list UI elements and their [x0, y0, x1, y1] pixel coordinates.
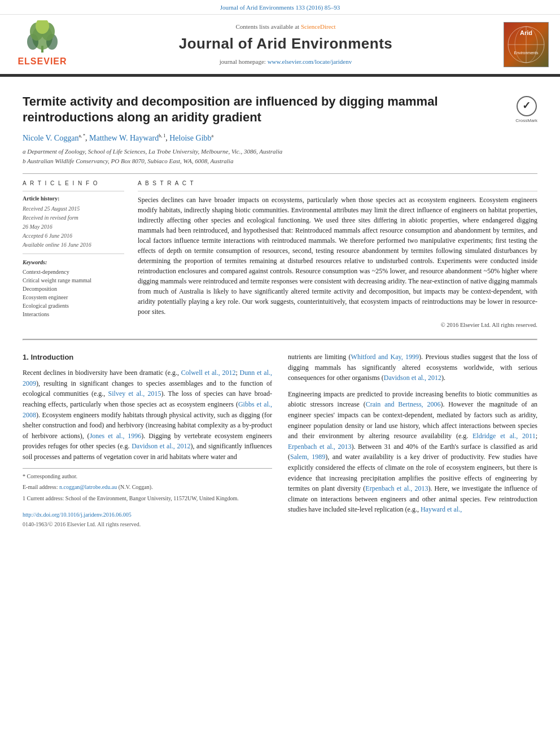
- abstract-thin-rule: [138, 191, 537, 191]
- keywords-section: Keywords: Context-dependency Critical we…: [23, 259, 124, 318]
- author-hayward[interactable]: Matthew W. Hayward: [89, 134, 159, 142]
- elsevier-brand-text: ELSEVIER: [18, 55, 67, 68]
- footnote-email: E-mail address: n.coggan@latrobe.edu.au …: [23, 483, 272, 492]
- article-history: Article history: Received 25 August 2015…: [23, 195, 124, 249]
- crossmark-icon: ✓: [517, 96, 537, 116]
- abstract-heading: A B S T R A C T: [138, 180, 537, 187]
- affiliation-a: a Department of Zoology, School of Life …: [23, 147, 537, 156]
- keywords-rule: [23, 254, 124, 254]
- journal-title: Journal of Arid Environments: [73, 33, 498, 54]
- article-title: Termite activity and decomposition are i…: [23, 94, 504, 126]
- copyright-line: © 2016 Elsevier Ltd. All rights reserved…: [138, 321, 537, 330]
- homepage-link[interactable]: www.elsevier.com/locate/jaridenv: [268, 58, 352, 65]
- intro-para-1: Recent declines in biodiversity have bee…: [23, 368, 272, 462]
- journal-citation: Journal of Arid Environments 133 (2016) …: [0, 0, 560, 15]
- journal-homepage: journal homepage: www.elsevier.com/locat…: [73, 58, 498, 66]
- info-thin-rule: [23, 191, 124, 191]
- crossmark-label: CrossMark: [515, 117, 537, 124]
- affiliation-b: b Australian Wildlife Conservancy, PO Bo…: [23, 157, 537, 165]
- ref-whitford[interactable]: Whitford and Kay, 1999: [351, 353, 419, 361]
- info-abstract-row: A R T I C L E I N F O Article history: R…: [23, 180, 537, 330]
- history-label: Article history:: [23, 195, 124, 203]
- body-right-col: nutrients are limiting (Whitford and Kay…: [288, 352, 537, 528]
- authors-line: Nicole V. Coggana, *, Matthew W. Hayward…: [23, 133, 537, 144]
- email-link[interactable]: n.coggan@latrobe.edu.au: [59, 484, 117, 490]
- svg-text:Arid: Arid: [520, 29, 532, 36]
- author-coggan[interactable]: Nicole V. Coggan: [23, 134, 78, 142]
- ref-crain[interactable]: Crain and Bertness, 2006: [366, 400, 441, 408]
- arid-logo: Arid Environments: [498, 22, 549, 67]
- issn-line: 0140-1963/© 2016 Elsevier Ltd. All right…: [23, 520, 272, 529]
- ref-silvey[interactable]: Silvey et al., 2015: [108, 390, 161, 397]
- kw-6: Interactions: [23, 311, 124, 318]
- contents-line: Contents lists available at ScienceDirec…: [73, 23, 498, 31]
- keywords-label: Keywords:: [23, 259, 124, 267]
- info-abstract-divider: [23, 173, 537, 174]
- ref-jones[interactable]: Jones et al., 1996: [90, 432, 142, 440]
- abstract-text: Species declines can have broader impact…: [138, 195, 537, 317]
- elsevier-logo: ELSEVIER: [11, 20, 73, 68]
- revised-date: 26 May 2016: [23, 223, 124, 231]
- ref-eldridge[interactable]: Eldridge et al., 2011: [473, 432, 536, 440]
- right-para-2: Engineering impacts are predicted to pro…: [288, 389, 537, 515]
- abstract-column: A B S T R A C T Species declines can hav…: [138, 180, 537, 330]
- article-title-section: Termite activity and decomposition are i…: [23, 88, 537, 126]
- ref-hayward[interactable]: Hayward et al.,: [421, 505, 462, 513]
- journal-center: Contents lists available at ScienceDirec…: [73, 23, 498, 66]
- arid-logo-box: Arid Environments: [504, 22, 549, 67]
- body-two-col: 1. Introduction Recent declines in biodi…: [23, 352, 537, 528]
- kw-3: Decomposition: [23, 285, 124, 293]
- footnote-1: 1 Current address: School of the Environ…: [23, 494, 272, 503]
- kw-5: Ecological gradients: [23, 302, 124, 310]
- doi-link[interactable]: http://dx.doi.org/10.1016/j.jaridenv.201…: [23, 512, 132, 518]
- svg-text:Environments: Environments: [514, 51, 539, 55]
- accepted-date: Accepted 6 June 2016: [23, 232, 124, 240]
- elsevier-tree-icon: [23, 20, 62, 54]
- ref-davidson2[interactable]: Davidson et al., 2012: [384, 374, 441, 382]
- citation-text: Journal of Arid Environments 133 (2016) …: [220, 4, 340, 11]
- ref-davidson[interactable]: Davidson et al., 2012: [132, 442, 190, 450]
- arid-logo-image: Arid Environments: [504, 23, 548, 67]
- body-separator: [23, 339, 537, 340]
- intro-section-title: 1. Introduction: [23, 352, 272, 363]
- sciencedirect-link[interactable]: ScienceDirect: [301, 23, 336, 30]
- received-date: Received 25 August 2015: [23, 205, 124, 213]
- kw-1: Context-dependency: [23, 268, 124, 276]
- online-date: Available online 16 June 2016: [23, 241, 124, 249]
- kw-4: Ecosystem engineer: [23, 294, 124, 302]
- revised-label: Received in revised form: [23, 214, 124, 222]
- footnote-star: * Corresponding author.: [23, 472, 272, 481]
- ref-colwell[interactable]: Colwell et al., 2012: [181, 369, 236, 377]
- article-info-column: A R T I C L E I N F O Article history: R…: [23, 180, 124, 330]
- paper-content: Termite activity and decomposition are i…: [0, 77, 560, 540]
- ref-erpenbach2[interactable]: Erpenbach et al., 2013: [365, 484, 428, 492]
- ref-gibbs[interactable]: Gibbs et al., 2008: [23, 400, 272, 419]
- footnotes-section: * Corresponding author. E-mail address: …: [23, 468, 272, 503]
- article-info-heading: A R T I C L E I N F O: [23, 180, 124, 187]
- author-gibb[interactable]: Heloise Gibb: [169, 134, 211, 142]
- journal-header: ELSEVIER Contents lists available at Sci…: [0, 15, 560, 75]
- kw-2: Critical weight range mammal: [23, 277, 124, 285]
- doi-section: http://dx.doi.org/10.1016/j.jaridenv.201…: [23, 509, 272, 520]
- body-left-col: 1. Introduction Recent declines in biodi…: [23, 352, 272, 528]
- crossmark-badge: ✓ CrossMark: [515, 96, 537, 124]
- ref-erpenbach[interactable]: Erpenbach et al., 2013: [288, 443, 351, 451]
- ref-salem[interactable]: Salem, 1989: [290, 453, 325, 461]
- right-para-1: nutrients are limiting (Whitford and Kay…: [288, 352, 537, 383]
